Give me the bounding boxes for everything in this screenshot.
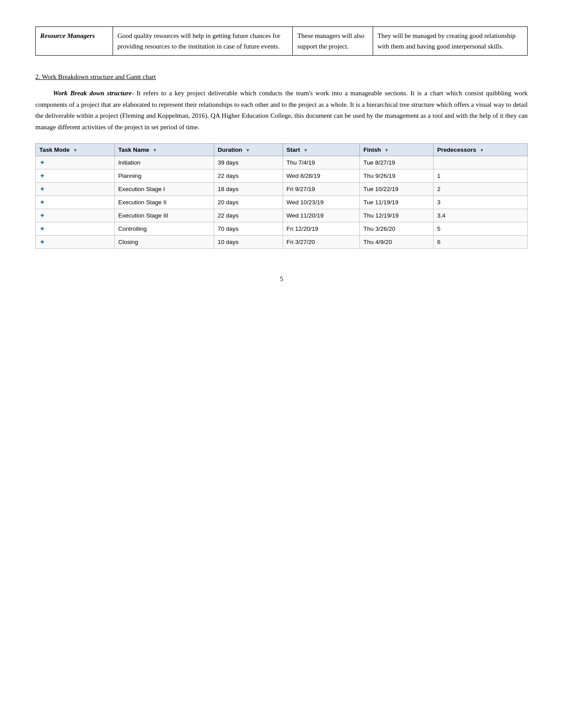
cell-finish: Tue 8/27/19 [360,156,434,169]
task-mode-icon: ✦ [39,225,45,233]
cell-predecessors [434,156,528,169]
cell-start: Fri 9/27/19 [283,183,359,196]
col-header-duration: Duration ▼ [214,144,283,156]
task-mode-icon: ✦ [39,185,45,193]
col-header-finish: Finish ▼ [360,144,434,156]
cell-start: Thu 7/4/19 [283,156,359,169]
cell-task-mode: ✦ [36,156,115,169]
cell-task-mode: ✦ [36,236,115,249]
sort-arrow-task-mode: ▼ [73,148,78,153]
resource-managers-col3: These managers will also support the pro… [293,27,373,56]
section-heading: 2. Work Breakdown structure and Gantt ch… [35,73,528,81]
sort-arrow-start: ▼ [303,148,308,153]
col-header-predecessors: Predecessors ▼ [434,144,528,156]
gantt-table-body: ✦Initiation39 daysThu 7/4/19Tue 8/27/19✦… [36,156,528,249]
cell-predecessors: 1 [434,169,528,183]
sort-arrow-duration: ▼ [246,148,250,153]
cell-task-mode: ✦ [36,169,115,183]
cell-predecessors: 6 [434,236,528,249]
cell-finish: Thu 4/9/20 [360,236,434,249]
table-row: ✦Execution Stage I18 daysFri 9/27/19Tue … [36,183,528,196]
table-row: ✦Execution Stage II20 daysWed 10/23/19Tu… [36,196,528,209]
task-mode-icon: ✦ [39,212,45,219]
col-header-task-name: Task Name ▼ [114,144,214,156]
cell-task-mode: ✦ [36,183,115,196]
cell-task-name: Closing [114,236,214,249]
gantt-table-header: Task Mode ▼ Task Name ▼ Duration ▼ Start… [36,144,528,156]
cell-finish: Tue 10/22/19 [360,183,434,196]
table-row: ✦Execution Stage III22 daysWed 11/20/19T… [36,209,528,222]
cell-task-mode: ✦ [36,209,115,222]
task-mode-icon: ✦ [39,159,45,166]
cell-finish: Tue 11/19/19 [360,196,434,209]
resource-managers-label: Resource Managers [36,27,113,56]
cell-start: Wed 11/20/19 [283,209,359,222]
table-row: ✦Initiation39 daysThu 7/4/19Tue 8/27/19 [36,156,528,169]
cell-task-name: Initiation [114,156,214,169]
cell-predecessors: 3 [434,196,528,209]
sort-arrow-task-name: ▼ [153,148,157,153]
cell-duration: 22 days [214,209,283,222]
cell-duration: 20 days [214,196,283,209]
task-mode-icon: ✦ [39,199,45,206]
cell-predecessors: 3,4 [434,209,528,222]
body-paragraph: Work Break down structure- It refers to … [35,88,528,133]
table-row: ✦Controlling70 daysFri 12/20/19Thu 3/26/… [36,222,528,236]
cell-finish: Thu 3/26/20 [360,222,434,236]
cell-predecessors: 2 [434,183,528,196]
cell-start: Wed 8/28/19 [283,169,359,183]
cell-task-name: Planning [114,169,214,183]
cell-task-name: Execution Stage II [114,196,214,209]
sort-arrow-predecessors: ▼ [480,148,484,153]
cell-task-mode: ✦ [36,196,115,209]
cell-duration: 39 days [214,156,283,169]
sort-arrow-finish: ▼ [385,148,389,153]
page-number: 5 [35,275,528,283]
table-row: ✦Planning22 daysWed 8/28/19Thu 9/26/191 [36,169,528,183]
cell-task-name: Execution Stage III [114,209,214,222]
cell-duration: 18 days [214,183,283,196]
gantt-table: Task Mode ▼ Task Name ▼ Duration ▼ Start… [35,143,528,249]
col-header-start: Start ▼ [283,144,359,156]
resource-managers-table: Resource Managers Good quality resources… [35,26,528,56]
cell-start: Fri 3/27/20 [283,236,359,249]
cell-duration: 10 days [214,236,283,249]
cell-finish: Thu 12/19/19 [360,209,434,222]
resource-managers-col4: They will be managed by creating good re… [373,27,527,56]
cell-start: Fri 12/20/19 [283,222,359,236]
cell-predecessors: 5 [434,222,528,236]
cell-task-name: Execution Stage I [114,183,214,196]
col-header-task-mode: Task Mode ▼ [36,144,115,156]
bold-italic-text: Work Break down structure [53,90,132,97]
task-mode-icon: ✦ [39,172,45,180]
cell-start: Wed 10/23/19 [283,196,359,209]
cell-finish: Thu 9/26/19 [360,169,434,183]
table-row: ✦Closing10 daysFri 3/27/20Thu 4/9/206 [36,236,528,249]
cell-duration: 70 days [214,222,283,236]
resource-managers-col2: Good quality resources will help in gett… [113,27,293,56]
cell-duration: 22 days [214,169,283,183]
task-mode-icon: ✦ [39,238,45,246]
cell-task-name: Controlling [114,222,214,236]
cell-task-mode: ✦ [36,222,115,236]
